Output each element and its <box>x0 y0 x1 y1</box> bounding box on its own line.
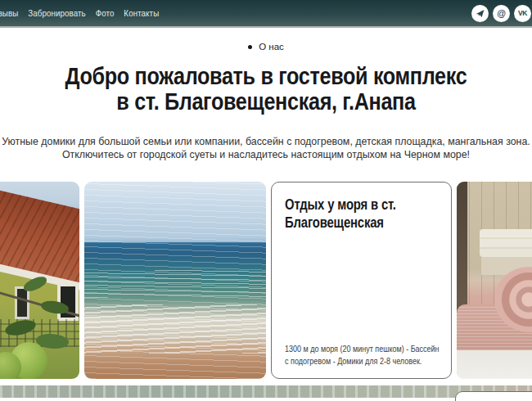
carousel-slide-info-card[interactable]: Отдых у моря в ст. Благовещенская 1300 м… <box>271 182 452 379</box>
nav-item-contacts[interactable]: Контакты <box>124 8 159 18</box>
sea-waves <box>84 270 266 298</box>
top-navigation-bar: Отзывы Забронировать Фото Контакты @ VK <box>0 0 532 28</box>
social-links: @ VK <box>471 0 531 26</box>
house-window <box>15 286 29 319</box>
telegram-icon[interactable] <box>471 5 489 22</box>
page-subtitle-line2: Отключитесь от городской суеты и наслади… <box>0 149 532 162</box>
nav-item-reviews[interactable]: Отзывы <box>0 8 18 18</box>
folded-towels <box>480 229 532 257</box>
carousel-slide-sea-photo[interactable] <box>84 182 266 379</box>
page-subtitle: Уютные домики для большой семьи или комп… <box>0 136 532 161</box>
vk-icon[interactable]: VK <box>514 5 531 22</box>
nav-item-photo[interactable]: Фото <box>96 8 115 18</box>
page-title-line2: в ст. Благовещенская, г.Анапа <box>43 89 489 115</box>
white-bedding <box>457 350 532 379</box>
card-title: Отдых у моря в ст. Благовещенская <box>285 196 440 232</box>
next-section-photo-strip <box>0 385 532 398</box>
section-label-about[interactable]: О нас <box>259 42 284 52</box>
carousel-slide-house-photo[interactable] <box>0 182 79 379</box>
page-title: Добро пожаловать в гостевой комплекс в с… <box>43 64 489 114</box>
section-indicator: О нас <box>0 42 532 52</box>
next-section-card <box>455 391 532 401</box>
page-title-line1: Добро пожаловать в гостевой комплекс <box>43 64 489 89</box>
surf-foam <box>84 304 266 354</box>
carousel-slide-towels-photo[interactable] <box>457 182 532 379</box>
nav-menu: Отзывы Забронировать Фото Контакты <box>0 0 159 26</box>
dark-curtain <box>457 182 467 313</box>
card-footer-text: 1300 м до моря (20 минут пешком) - Бассе… <box>285 343 440 367</box>
page-subtitle-line1: Уютные домики для большой семьи или комп… <box>0 136 532 149</box>
nav-item-book[interactable]: Забронировать <box>28 8 86 18</box>
bullet-dot-icon <box>248 45 252 49</box>
photo-carousel: Отдых у моря в ст. Благовещенская 1300 м… <box>0 182 532 379</box>
email-icon[interactable]: @ <box>493 5 510 22</box>
